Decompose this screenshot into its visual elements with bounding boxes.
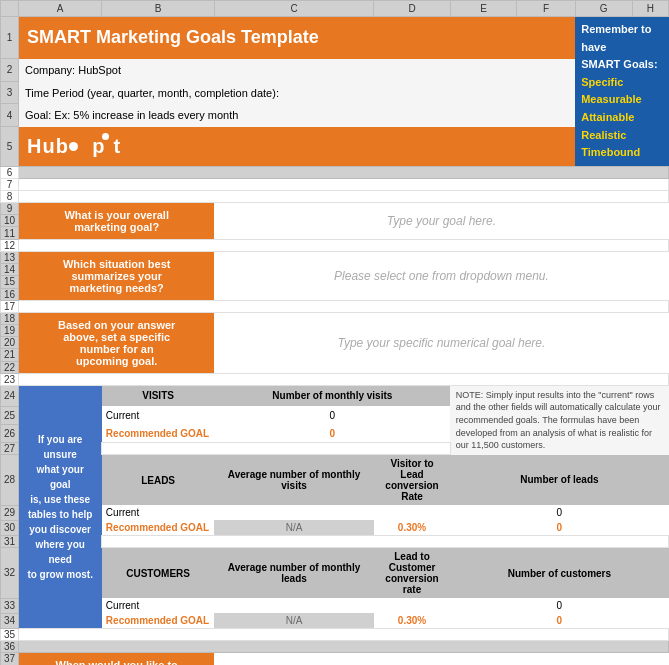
customers-col2: Average number of monthly leads [214, 548, 373, 599]
customers-current-c3[interactable] [374, 598, 451, 613]
divider-row-6: 6 [1, 166, 669, 178]
company-label: Company: HubSpot [19, 59, 576, 82]
row-num-28: 28 [1, 455, 19, 506]
row-num-31: 31 [1, 536, 19, 548]
time-period-row: 3 Time Period (year, quarter, month, com… [1, 81, 669, 104]
empty-row-8: 8 [1, 190, 669, 202]
customers-recommended-label: Recommended GOAL [102, 613, 215, 629]
col-b: B [102, 1, 215, 17]
customers-current-c4[interactable]: 0 [450, 598, 668, 613]
hubspot-logo-text: HubSpt [27, 135, 121, 157]
time-period-label: Time Period (year, quarter, month, compl… [19, 81, 576, 104]
row-num-36: 36 [1, 641, 19, 653]
visits-current-label: Current [102, 406, 215, 424]
corner-cell [1, 1, 19, 17]
q2-row-13: 13 Which situation best summarizes your … [1, 251, 669, 263]
visits-title: VISITS [102, 385, 215, 406]
customers-recommended-c3: 0.30% [374, 613, 451, 629]
title-row: 1 SMART Marketing Goals Template Remembe… [1, 17, 669, 59]
visits-recommended-val: 0 [214, 424, 450, 443]
col-g: G [575, 1, 632, 17]
row-num-3: 3 [1, 81, 19, 104]
col-h: H [632, 1, 668, 17]
row-num-32: 32 [1, 548, 19, 599]
note-cell: NOTE: Simply input results into the "cur… [450, 385, 668, 454]
spacer-12: 12 [1, 239, 669, 251]
col-d: D [374, 1, 451, 17]
visits-current-val[interactable]: 0 [214, 406, 450, 424]
blue-side-label: If you are unsure what your goal is, use… [19, 385, 102, 628]
row-num-37: 37 [1, 653, 19, 665]
leads-recommended-c3: 0.30% [374, 520, 451, 536]
row-num-2: 2 [1, 59, 19, 82]
leads-title: LEADS [102, 455, 215, 506]
hubspot-dot2 [102, 133, 109, 140]
row-num-13: 13 [1, 251, 19, 263]
row-num-9: 9 [1, 202, 19, 214]
customers-col3: Lead to Customer conversion rate [374, 548, 451, 599]
hubspot-logo-cell: HubSpt [19, 127, 576, 167]
row-num-30: 30 [1, 520, 19, 536]
col-e: E [450, 1, 517, 17]
q4-row-37: 37 When would you like to reach this goa… [1, 653, 669, 665]
row-num-16: 16 [1, 288, 19, 300]
spreadsheet-title: SMART Marketing Goals Template [19, 17, 576, 59]
row-num-19: 19 [1, 324, 19, 336]
row-num-11: 11 [1, 227, 19, 239]
customers-recommended-c4: 0 [450, 613, 668, 629]
row-num-6: 6 [1, 166, 19, 178]
leads-recommended-c2: N/A [214, 520, 373, 536]
row-num-21: 21 [1, 349, 19, 361]
leads-col4: Number of leads [450, 455, 668, 506]
row-num-5: 5 [1, 127, 19, 167]
row-num-7: 7 [1, 178, 19, 190]
q1-label: What is your overall marketing goal? [19, 202, 215, 239]
row-num-26: 26 [1, 424, 19, 443]
visits-header-row: 24 If you are unsure what your goal is, … [1, 385, 669, 406]
leads-current-c4[interactable]: 0 [450, 505, 668, 520]
spacer-17: 17 [1, 300, 669, 312]
divider-36: 36 [1, 641, 669, 653]
leads-current-c2[interactable] [214, 505, 373, 520]
q2-input[interactable]: Please select one from dropdown menu. [214, 251, 668, 300]
row-num-4: 4 [1, 104, 19, 127]
logo-row: 5 HubSpt [1, 127, 669, 167]
row-num-24: 24 [1, 385, 19, 406]
leads-recommended-label: Recommended GOAL [102, 520, 215, 536]
customers-current-label: Current [102, 598, 215, 613]
goal-example-label: Goal: Ex: 5% increase in leads every mon… [19, 104, 576, 127]
customers-title: CUSTOMERS [102, 548, 215, 599]
row-num-29: 29 [1, 505, 19, 520]
q3-row-18: 18 Based on your answer above, set a spe… [1, 312, 669, 324]
row-num-14: 14 [1, 264, 19, 276]
customers-col4: Number of customers [450, 548, 668, 599]
customers-current-c2[interactable] [214, 598, 373, 613]
row-num-1: 1 [1, 17, 19, 59]
leads-col3: Visitor to Lead conversion Rate [374, 455, 451, 506]
q3-input[interactable]: Type your specific numerical goal here. [214, 312, 668, 373]
col-c: C [214, 1, 373, 17]
q1-input[interactable]: Type your goal here. [214, 202, 668, 239]
row-num-22: 22 [1, 361, 19, 373]
spacer-35: 35 [1, 629, 669, 641]
goal-example-row: 4 Goal: Ex: 5% increase in leads every m… [1, 104, 669, 127]
visits-recommended-label: Recommended GOAL [102, 424, 215, 443]
q1-row-9: 9 What is your overall marketing goal? T… [1, 202, 669, 214]
q4-label: When would you like to reach this goal? [19, 653, 215, 665]
leads-current-c3[interactable] [374, 505, 451, 520]
row-num-10: 10 [1, 215, 19, 227]
row-num-34: 34 [1, 613, 19, 629]
row-num-8: 8 [1, 190, 19, 202]
visits-col2: Number of monthly visits [214, 385, 450, 406]
hubspot-dot [69, 142, 78, 151]
row-num-18: 18 [1, 312, 19, 324]
customers-recommended-c2: N/A [214, 613, 373, 629]
company-row: 2 Company: HubSpot [1, 59, 669, 82]
smart-goals-sidebar: Remember to have SMART Goals: Specific M… [575, 17, 668, 167]
leads-recommended-c4: 0 [450, 520, 668, 536]
row-num-33: 33 [1, 598, 19, 613]
q4-input[interactable]: Please select one from dropdown menu. [214, 653, 668, 665]
row-num-35: 35 [1, 629, 19, 641]
leads-col2: Average number of monthly visits [214, 455, 373, 506]
row-num-20: 20 [1, 337, 19, 349]
